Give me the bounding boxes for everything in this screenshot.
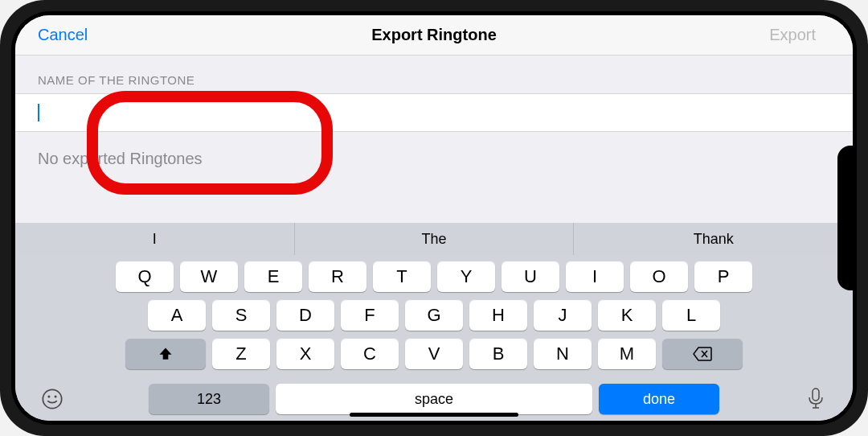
key-s[interactable]: S <box>212 300 270 331</box>
svg-point-1 <box>47 396 50 398</box>
screen: Cancel Export Ringtone Export NAME OF TH… <box>15 15 853 421</box>
suggestion-item[interactable]: The <box>295 223 575 255</box>
key-row-1: Q W E R T Y U I O P <box>104 261 764 292</box>
key-z[interactable]: Z <box>212 339 270 369</box>
suggestion-bar: I The Thank <box>15 223 853 255</box>
ringtone-name-field[interactable] <box>15 93 853 132</box>
shift-icon <box>158 346 174 362</box>
key-b[interactable]: B <box>469 339 527 369</box>
key-j[interactable]: J <box>534 300 592 331</box>
key-a[interactable]: A <box>148 300 206 331</box>
cancel-button[interactable]: Cancel <box>38 26 88 44</box>
device-inner: Cancel Export Ringtone Export NAME OF TH… <box>11 11 857 425</box>
key-w[interactable]: W <box>180 261 238 292</box>
key-m[interactable]: M <box>598 339 656 369</box>
ringtone-name-input[interactable] <box>39 105 830 121</box>
key-u[interactable]: U <box>502 261 559 292</box>
key-e[interactable]: E <box>244 261 302 292</box>
done-key[interactable]: done <box>599 384 719 414</box>
device-notch <box>837 146 857 290</box>
keyboard-bottom-row: 123 space done <box>15 384 853 414</box>
svg-point-0 <box>43 389 61 408</box>
key-h[interactable]: H <box>469 300 527 331</box>
key-p[interactable]: P <box>694 261 752 292</box>
suggestion-item[interactable]: Thank <box>574 223 853 255</box>
key-l[interactable]: L <box>662 300 720 331</box>
export-button[interactable]: Export <box>769 26 816 44</box>
field-label: NAME OF THE RINGTONE <box>15 56 853 93</box>
page-title: Export Ringtone <box>371 26 497 44</box>
keyboard: I The Thank Q W E R T Y U I O <box>15 223 853 421</box>
home-indicator[interactable] <box>350 413 518 417</box>
space-key[interactable]: space <box>276 384 592 414</box>
key-q[interactable]: Q <box>116 261 174 292</box>
key-r[interactable]: R <box>309 261 366 292</box>
nav-header: Cancel Export Ringtone Export <box>15 15 853 56</box>
key-area: Q W E R T Y U I O P A S D <box>15 255 853 382</box>
key-row-2: A S D F G H J K L <box>104 300 764 331</box>
numbers-key[interactable]: 123 <box>149 384 269 414</box>
key-n[interactable]: N <box>534 339 592 369</box>
key-t[interactable]: T <box>373 261 431 292</box>
key-o[interactable]: O <box>630 261 688 292</box>
emoji-icon <box>41 388 63 410</box>
key-y[interactable]: Y <box>437 261 495 292</box>
key-i[interactable]: I <box>566 261 624 292</box>
key-c[interactable]: C <box>341 339 399 369</box>
key-g[interactable]: G <box>405 300 463 331</box>
suggestion-item[interactable]: I <box>15 223 295 255</box>
dictation-button[interactable] <box>801 385 830 413</box>
key-row-3: Z X C V B N M <box>104 339 764 369</box>
emoji-button[interactable] <box>38 385 67 413</box>
device-frame: Cancel Export Ringtone Export NAME OF TH… <box>0 0 868 436</box>
svg-point-2 <box>55 396 57 398</box>
svg-rect-3 <box>813 389 819 401</box>
key-k[interactable]: K <box>598 300 656 331</box>
shift-key[interactable] <box>125 339 206 369</box>
status-text: No exported Ringtones <box>15 132 853 176</box>
key-x[interactable]: X <box>276 339 334 369</box>
microphone-icon <box>808 388 824 410</box>
key-d[interactable]: D <box>276 300 334 331</box>
key-f[interactable]: F <box>341 300 399 331</box>
content-area: NAME OF THE RINGTONE No exported Rington… <box>15 56 853 176</box>
key-v[interactable]: V <box>405 339 463 369</box>
backspace-icon <box>693 347 712 361</box>
backspace-key[interactable] <box>662 339 743 369</box>
